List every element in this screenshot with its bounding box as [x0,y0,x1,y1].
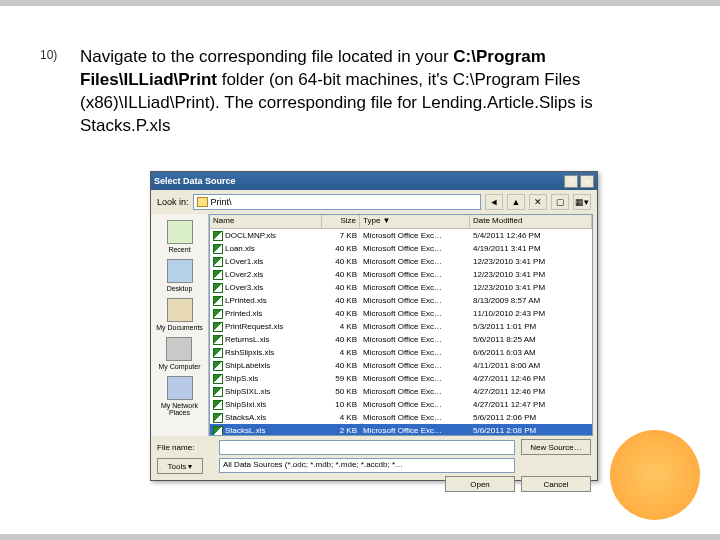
place-icon [167,220,193,244]
file-row[interactable]: StacksA.xls4 KBMicrosoft Office Exc…5/6/… [210,411,592,424]
file-row[interactable]: DOCLMNP.xls7 KBMicrosoft Office Exc…5/4/… [210,229,592,242]
file-row[interactable]: ReturnsL.xls40 KBMicrosoft Office Exc…5/… [210,333,592,346]
place-my-network-places[interactable]: My Network Places [151,376,208,416]
excel-icon [213,270,223,280]
file-row[interactable]: ShipLabelxls40 KBMicrosoft Office Exc…4/… [210,359,592,372]
excel-icon [213,387,223,397]
select-data-source-dialog: Select Data Source ? × Look in: Print\ ◄… [150,171,598,481]
excel-icon [213,413,223,423]
excel-icon [213,361,223,371]
back-button[interactable]: ◄ [485,194,503,210]
excel-icon [213,322,223,332]
excel-icon [213,231,223,241]
lookin-row: Look in: Print\ ◄ ▲ ✕ ▢ ▦▾ [151,190,597,214]
excel-icon [213,348,223,358]
excel-icon [213,283,223,293]
place-icon [167,298,193,322]
file-row[interactable]: Loan.xls40 KBMicrosoft Office Exc…4/19/2… [210,242,592,255]
file-row[interactable]: LOver3.xls40 KBMicrosoft Office Exc…12/2… [210,281,592,294]
place-recent[interactable]: Recent [167,220,193,253]
tools-button[interactable]: Tools ▾ [157,458,203,474]
place-icon [166,337,192,361]
help-icon[interactable]: ? [564,175,578,188]
file-row[interactable]: LPrinted.xls40 KBMicrosoft Office Exc…8/… [210,294,592,307]
col-date[interactable]: Date Modified [470,215,592,228]
excel-icon [213,296,223,306]
place-icon [167,259,193,283]
excel-icon [213,400,223,410]
filetype-field[interactable]: All Data Sources (*.odc; *.mdb; *.mde; *… [219,458,515,473]
new-folder-button[interactable]: ▢ [551,194,569,210]
col-type[interactable]: Type ▼ [360,215,470,228]
dialog-title: Select Data Source [154,176,236,186]
excel-icon [213,374,223,384]
cancel-button[interactable]: Cancel [521,476,591,492]
decorative-circle [610,430,700,520]
new-source-button[interactable]: New Source… [521,439,591,455]
file-row[interactable]: ShipSIXL.xls50 KBMicrosoft Office Exc…4/… [210,385,592,398]
place-my-computer[interactable]: My Computer [158,337,200,370]
place-my-documents[interactable]: My Documents [156,298,203,331]
up-button[interactable]: ▲ [507,194,525,210]
file-row[interactable]: LOver2.xls40 KBMicrosoft Office Exc…12/2… [210,268,592,281]
views-button[interactable]: ▦▾ [573,194,591,210]
file-row[interactable]: PrintRequest.xls4 KBMicrosoft Office Exc… [210,320,592,333]
filename-field[interactable] [219,440,515,455]
file-row[interactable]: StacksL.xls2 KBMicrosoft Office Exc…5/6/… [210,424,592,436]
file-row[interactable]: LOver1.xls40 KBMicrosoft Office Exc…12/2… [210,255,592,268]
lookin-dropdown[interactable]: Print\ [193,194,481,210]
excel-icon [213,335,223,345]
place-desktop[interactable]: Desktop [167,259,193,292]
file-row[interactable]: ShipS.xls59 KBMicrosoft Office Exc…4/27/… [210,372,592,385]
list-header: Name Size Type ▼ Date Modified [210,215,592,229]
col-size[interactable]: Size [322,215,360,228]
col-name[interactable]: Name [210,215,322,228]
lookin-label: Look in: [157,197,189,207]
excel-icon [213,426,223,436]
open-button[interactable]: Open [445,476,515,492]
filename-label: File name: [157,443,213,452]
place-icon [167,376,193,400]
file-row[interactable]: ShipSIxl.xls10 KBMicrosoft Office Exc…4/… [210,398,592,411]
excel-icon [213,257,223,267]
file-row[interactable]: Printed.xls40 KBMicrosoft Office Exc…11/… [210,307,592,320]
step-number: 10) [40,48,57,62]
bottom-border [0,534,720,540]
close-icon[interactable]: × [580,175,594,188]
file-row[interactable]: RshSlipxls.xls4 KBMicrosoft Office Exc…6… [210,346,592,359]
titlebar: Select Data Source ? × [151,172,597,190]
folder-icon [197,197,208,207]
places-bar: RecentDesktopMy DocumentsMy ComputerMy N… [151,214,209,436]
step-text: Navigate to the corresponding file locat… [80,46,630,138]
excel-icon [213,244,223,254]
delete-button[interactable]: ✕ [529,194,547,210]
file-list: Name Size Type ▼ Date Modified DOCLMNP.x… [209,214,593,436]
excel-icon [213,309,223,319]
